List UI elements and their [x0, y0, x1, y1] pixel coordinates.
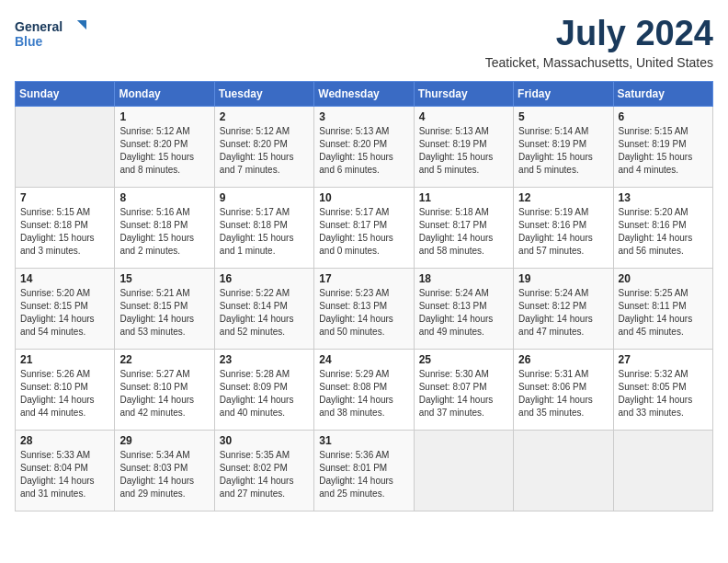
day-number: 14 — [20, 272, 109, 285]
day-info: Sunrise: 5:27 AM Sunset: 8:10 PM Dayligh… — [119, 368, 209, 419]
calendar-cell: 31Sunrise: 5:36 AM Sunset: 8:01 PM Dayli… — [314, 430, 414, 511]
calendar-cell: 8Sunrise: 5:16 AM Sunset: 8:18 PM Daylig… — [115, 187, 214, 268]
calendar-cell: 26Sunrise: 5:31 AM Sunset: 8:06 PM Dayli… — [514, 349, 613, 430]
calendar-cell: 5Sunrise: 5:14 AM Sunset: 8:19 PM Daylig… — [514, 106, 613, 187]
day-number: 25 — [419, 353, 508, 366]
day-info: Sunrise: 5:34 AM Sunset: 8:03 PM Dayligh… — [119, 449, 209, 500]
calendar-cell: 1Sunrise: 5:12 AM Sunset: 8:20 PM Daylig… — [115, 106, 214, 187]
day-number: 23 — [220, 353, 309, 366]
day-number: 1 — [119, 110, 209, 123]
calendar-cell — [613, 430, 712, 511]
location: Teaticket, Massachusetts, United States — [485, 55, 713, 70]
day-number: 24 — [319, 353, 408, 366]
week-row-3: 14Sunrise: 5:20 AM Sunset: 8:15 PM Dayli… — [16, 268, 713, 349]
day-info: Sunrise: 5:21 AM Sunset: 8:15 PM Dayligh… — [119, 287, 209, 339]
day-info: Sunrise: 5:26 AM Sunset: 8:10 PM Dayligh… — [20, 368, 109, 419]
day-number: 17 — [319, 272, 408, 285]
day-number: 13 — [619, 191, 708, 204]
calendar-cell: 22Sunrise: 5:27 AM Sunset: 8:10 PM Dayli… — [115, 349, 214, 430]
calendar-cell: 9Sunrise: 5:17 AM Sunset: 8:18 PM Daylig… — [214, 187, 313, 268]
day-info: Sunrise: 5:16 AM Sunset: 8:18 PM Dayligh… — [119, 206, 209, 258]
week-row-1: 1Sunrise: 5:12 AM Sunset: 8:20 PM Daylig… — [16, 106, 713, 187]
day-info: Sunrise: 5:13 AM Sunset: 8:19 PM Dayligh… — [419, 125, 508, 177]
logo-svg: General Blue — [15, 15, 88, 53]
calendar-table: SundayMondayTuesdayWednesdayThursdayFrid… — [15, 81, 713, 511]
day-number: 5 — [518, 110, 608, 123]
header-cell-monday: Monday — [115, 81, 214, 106]
day-info: Sunrise: 5:29 AM Sunset: 8:08 PM Dayligh… — [319, 368, 408, 419]
header-row: SundayMondayTuesdayWednesdayThursdayFrid… — [16, 81, 713, 106]
day-info: Sunrise: 5:25 AM Sunset: 8:11 PM Dayligh… — [619, 287, 708, 339]
svg-text:General: General — [15, 19, 63, 34]
day-info: Sunrise: 5:12 AM Sunset: 8:20 PM Dayligh… — [119, 125, 209, 177]
day-info: Sunrise: 5:32 AM Sunset: 8:05 PM Dayligh… — [619, 368, 708, 419]
calendar-cell: 17Sunrise: 5:23 AM Sunset: 8:13 PM Dayli… — [314, 268, 414, 349]
calendar-cell: 4Sunrise: 5:13 AM Sunset: 8:19 PM Daylig… — [414, 106, 513, 187]
calendar-cell: 30Sunrise: 5:35 AM Sunset: 8:02 PM Dayli… — [214, 430, 313, 511]
day-number: 6 — [619, 110, 708, 123]
header-cell-saturday: Saturday — [613, 81, 712, 106]
day-info: Sunrise: 5:28 AM Sunset: 8:09 PM Dayligh… — [220, 368, 309, 419]
day-number: 30 — [220, 434, 309, 447]
day-info: Sunrise: 5:17 AM Sunset: 8:18 PM Dayligh… — [220, 206, 309, 258]
day-number: 19 — [518, 272, 608, 285]
day-info: Sunrise: 5:12 AM Sunset: 8:20 PM Dayligh… — [220, 125, 309, 177]
calendar-cell: 24Sunrise: 5:29 AM Sunset: 8:08 PM Dayli… — [314, 349, 414, 430]
calendar-cell: 3Sunrise: 5:13 AM Sunset: 8:20 PM Daylig… — [314, 106, 414, 187]
day-number: 10 — [319, 191, 408, 204]
day-info: Sunrise: 5:22 AM Sunset: 8:14 PM Dayligh… — [220, 287, 309, 339]
header-cell-wednesday: Wednesday — [314, 81, 414, 106]
week-row-4: 21Sunrise: 5:26 AM Sunset: 8:10 PM Dayli… — [16, 349, 713, 430]
day-number: 2 — [220, 110, 309, 123]
calendar-cell — [514, 430, 613, 511]
day-number: 26 — [518, 353, 608, 366]
day-info: Sunrise: 5:15 AM Sunset: 8:19 PM Dayligh… — [619, 125, 708, 177]
calendar-cell: 21Sunrise: 5:26 AM Sunset: 8:10 PM Dayli… — [16, 349, 115, 430]
day-info: Sunrise: 5:20 AM Sunset: 8:16 PM Dayligh… — [619, 206, 708, 258]
calendar-cell: 12Sunrise: 5:19 AM Sunset: 8:16 PM Dayli… — [514, 187, 613, 268]
day-info: Sunrise: 5:14 AM Sunset: 8:19 PM Dayligh… — [518, 125, 608, 177]
calendar-cell: 29Sunrise: 5:34 AM Sunset: 8:03 PM Dayli… — [115, 430, 214, 511]
calendar-cell: 18Sunrise: 5:24 AM Sunset: 8:13 PM Dayli… — [414, 268, 513, 349]
day-info: Sunrise: 5:35 AM Sunset: 8:02 PM Dayligh… — [220, 449, 309, 500]
header-cell-friday: Friday — [514, 81, 613, 106]
month-title: July 2024 — [485, 15, 713, 53]
calendar-cell — [414, 430, 513, 511]
title-block: July 2024 Teaticket, Massachusetts, Unit… — [485, 15, 713, 70]
logo: General Blue — [15, 15, 88, 53]
week-row-2: 7Sunrise: 5:15 AM Sunset: 8:18 PM Daylig… — [16, 187, 713, 268]
calendar-cell: 7Sunrise: 5:15 AM Sunset: 8:18 PM Daylig… — [16, 187, 115, 268]
day-info: Sunrise: 5:24 AM Sunset: 8:12 PM Dayligh… — [518, 287, 608, 339]
calendar-cell: 2Sunrise: 5:12 AM Sunset: 8:20 PM Daylig… — [214, 106, 313, 187]
day-number: 7 — [20, 191, 109, 204]
day-number: 28 — [20, 434, 109, 447]
svg-marker-3 — [77, 20, 86, 29]
calendar-cell: 16Sunrise: 5:22 AM Sunset: 8:14 PM Dayli… — [214, 268, 313, 349]
day-info: Sunrise: 5:18 AM Sunset: 8:17 PM Dayligh… — [419, 206, 508, 258]
day-info: Sunrise: 5:36 AM Sunset: 8:01 PM Dayligh… — [319, 449, 408, 500]
day-info: Sunrise: 5:33 AM Sunset: 8:04 PM Dayligh… — [20, 449, 109, 500]
header-cell-thursday: Thursday — [414, 81, 513, 106]
calendar-cell: 28Sunrise: 5:33 AM Sunset: 8:04 PM Dayli… — [16, 430, 115, 511]
day-number: 15 — [119, 272, 209, 285]
calendar-cell: 20Sunrise: 5:25 AM Sunset: 8:11 PM Dayli… — [613, 268, 712, 349]
day-info: Sunrise: 5:19 AM Sunset: 8:16 PM Dayligh… — [518, 206, 608, 258]
page-header: General Blue July 2024 Teaticket, Massac… — [15, 15, 713, 70]
calendar-cell: 23Sunrise: 5:28 AM Sunset: 8:09 PM Dayli… — [214, 349, 313, 430]
day-info: Sunrise: 5:30 AM Sunset: 8:07 PM Dayligh… — [419, 368, 508, 419]
day-number: 8 — [119, 191, 209, 204]
day-number: 31 — [319, 434, 408, 447]
svg-text:Blue: Blue — [15, 34, 43, 49]
day-number: 11 — [419, 191, 508, 204]
header-cell-sunday: Sunday — [16, 81, 115, 106]
calendar-cell: 6Sunrise: 5:15 AM Sunset: 8:19 PM Daylig… — [613, 106, 712, 187]
calendar-cell: 27Sunrise: 5:32 AM Sunset: 8:05 PM Dayli… — [613, 349, 712, 430]
day-info: Sunrise: 5:31 AM Sunset: 8:06 PM Dayligh… — [518, 368, 608, 419]
calendar-cell: 13Sunrise: 5:20 AM Sunset: 8:16 PM Dayli… — [613, 187, 712, 268]
day-number: 3 — [319, 110, 408, 123]
day-number: 21 — [20, 353, 109, 366]
day-number: 9 — [220, 191, 309, 204]
calendar-cell: 15Sunrise: 5:21 AM Sunset: 8:15 PM Dayli… — [115, 268, 214, 349]
day-info: Sunrise: 5:24 AM Sunset: 8:13 PM Dayligh… — [419, 287, 508, 339]
day-number: 29 — [119, 434, 209, 447]
